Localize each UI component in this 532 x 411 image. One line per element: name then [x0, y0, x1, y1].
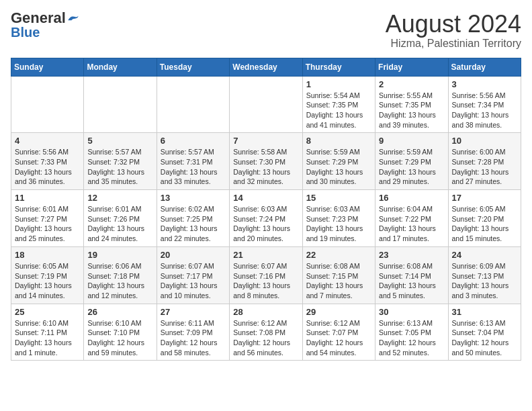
day-info: Sunrise: 6:06 AM Sunset: 7:18 PM Dayligh…	[87, 261, 152, 301]
day-info: Sunrise: 6:13 AM Sunset: 7:05 PM Dayligh…	[379, 318, 444, 358]
day-header-sunday: Sunday	[11, 58, 84, 76]
calendar-week-5: 25Sunrise: 6:10 AM Sunset: 7:11 PM Dayli…	[11, 304, 521, 361]
calendar-cell: 28Sunrise: 6:12 AM Sunset: 7:08 PM Dayli…	[230, 304, 302, 361]
calendar-cell	[230, 76, 302, 133]
logo-text: General	[11, 11, 66, 26]
day-number: 6	[161, 136, 226, 146]
day-number: 28	[233, 307, 298, 317]
day-number: 14	[233, 193, 298, 203]
calendar-cell: 1Sunrise: 5:54 AM Sunset: 7:35 PM Daylig…	[302, 76, 375, 133]
page-header: General Blue August 2024 Hizma, Palestin…	[11, 11, 521, 50]
day-number: 9	[379, 136, 444, 146]
day-info: Sunrise: 6:02 AM Sunset: 7:25 PM Dayligh…	[161, 204, 226, 244]
day-number: 23	[379, 250, 444, 260]
day-info: Sunrise: 5:55 AM Sunset: 7:35 PM Dayligh…	[379, 91, 444, 130]
calendar-cell: 20Sunrise: 6:07 AM Sunset: 7:17 PM Dayli…	[157, 246, 229, 304]
day-info: Sunrise: 6:12 AM Sunset: 7:08 PM Dayligh…	[233, 318, 298, 358]
calendar-cell: 13Sunrise: 6:02 AM Sunset: 7:25 PM Dayli…	[157, 190, 229, 247]
calendar-cell: 22Sunrise: 6:08 AM Sunset: 7:15 PM Dayli…	[302, 246, 375, 304]
day-number: 24	[452, 250, 517, 260]
day-number: 20	[161, 250, 226, 260]
calendar-cell: 19Sunrise: 6:06 AM Sunset: 7:18 PM Dayli…	[84, 246, 157, 304]
day-number: 15	[306, 193, 371, 203]
calendar-cell: 29Sunrise: 6:12 AM Sunset: 7:07 PM Dayli…	[302, 304, 375, 361]
logo-bird-icon	[67, 14, 79, 22]
day-info: Sunrise: 6:01 AM Sunset: 7:26 PM Dayligh…	[87, 204, 152, 244]
calendar-cell: 8Sunrise: 5:59 AM Sunset: 7:29 PM Daylig…	[302, 133, 375, 190]
day-header-tuesday: Tuesday	[157, 58, 229, 76]
calendar-cell: 23Sunrise: 6:08 AM Sunset: 7:14 PM Dayli…	[375, 246, 448, 304]
calendar-cell: 6Sunrise: 5:57 AM Sunset: 7:31 PM Daylig…	[157, 133, 229, 190]
day-number: 26	[87, 307, 152, 317]
day-number: 25	[15, 307, 80, 317]
logo-general: General	[11, 9, 66, 26]
day-info: Sunrise: 6:00 AM Sunset: 7:28 PM Dayligh…	[452, 147, 517, 187]
calendar-header-row: SundayMondayTuesdayWednesdayThursdayFrid…	[11, 58, 521, 76]
day-info: Sunrise: 5:57 AM Sunset: 7:32 PM Dayligh…	[87, 147, 152, 187]
day-number: 8	[306, 136, 371, 146]
day-info: Sunrise: 5:59 AM Sunset: 7:29 PM Dayligh…	[379, 147, 444, 187]
calendar-cell: 31Sunrise: 6:13 AM Sunset: 7:04 PM Dayli…	[448, 304, 521, 361]
day-info: Sunrise: 6:03 AM Sunset: 7:24 PM Dayligh…	[233, 204, 298, 244]
calendar-week-1: 1Sunrise: 5:54 AM Sunset: 7:35 PM Daylig…	[11, 76, 521, 133]
day-header-thursday: Thursday	[302, 58, 375, 76]
day-info: Sunrise: 5:59 AM Sunset: 7:29 PM Dayligh…	[306, 147, 371, 187]
day-info: Sunrise: 6:05 AM Sunset: 7:19 PM Dayligh…	[15, 261, 80, 301]
calendar-cell: 15Sunrise: 6:03 AM Sunset: 7:23 PM Dayli…	[302, 190, 375, 247]
calendar-cell	[157, 76, 229, 133]
day-info: Sunrise: 6:13 AM Sunset: 7:04 PM Dayligh…	[452, 318, 517, 358]
day-number: 17	[452, 193, 517, 203]
day-number: 29	[306, 307, 371, 317]
month-title: August 2024	[386, 11, 521, 38]
calendar-cell: 4Sunrise: 5:56 AM Sunset: 7:33 PM Daylig…	[11, 133, 84, 190]
day-number: 4	[15, 136, 80, 146]
day-info: Sunrise: 6:10 AM Sunset: 7:11 PM Dayligh…	[15, 318, 80, 358]
calendar-cell: 30Sunrise: 6:13 AM Sunset: 7:05 PM Dayli…	[375, 304, 448, 361]
day-number: 5	[87, 136, 152, 146]
day-info: Sunrise: 5:57 AM Sunset: 7:31 PM Dayligh…	[161, 147, 226, 187]
calendar-cell: 11Sunrise: 6:01 AM Sunset: 7:27 PM Dayli…	[11, 190, 84, 247]
day-number: 10	[452, 136, 517, 146]
day-info: Sunrise: 6:08 AM Sunset: 7:14 PM Dayligh…	[379, 261, 444, 301]
calendar-cell: 24Sunrise: 6:09 AM Sunset: 7:13 PM Dayli…	[448, 246, 521, 304]
day-info: Sunrise: 6:10 AM Sunset: 7:10 PM Dayligh…	[87, 318, 152, 358]
day-header-wednesday: Wednesday	[230, 58, 302, 76]
day-info: Sunrise: 6:03 AM Sunset: 7:23 PM Dayligh…	[306, 204, 371, 244]
day-info: Sunrise: 6:11 AM Sunset: 7:09 PM Dayligh…	[161, 318, 226, 358]
day-info: Sunrise: 6:08 AM Sunset: 7:15 PM Dayligh…	[306, 261, 371, 301]
logo: General Blue	[11, 11, 79, 40]
day-number: 7	[233, 136, 298, 146]
location-text: Hizma, Palestinian Territory	[386, 38, 521, 50]
calendar-week-4: 18Sunrise: 6:05 AM Sunset: 7:19 PM Dayli…	[11, 246, 521, 304]
day-info: Sunrise: 6:12 AM Sunset: 7:07 PM Dayligh…	[306, 318, 371, 358]
calendar-cell: 3Sunrise: 5:56 AM Sunset: 7:34 PM Daylig…	[448, 76, 521, 133]
day-info: Sunrise: 6:01 AM Sunset: 7:27 PM Dayligh…	[15, 204, 80, 244]
logo-blue-text: Blue	[11, 25, 40, 40]
calendar-cell: 25Sunrise: 6:10 AM Sunset: 7:11 PM Dayli…	[11, 304, 84, 361]
day-number: 22	[306, 250, 371, 260]
title-section: August 2024 Hizma, Palestinian Territory	[386, 11, 521, 50]
day-info: Sunrise: 5:58 AM Sunset: 7:30 PM Dayligh…	[233, 147, 298, 187]
calendar-cell: 14Sunrise: 6:03 AM Sunset: 7:24 PM Dayli…	[230, 190, 302, 247]
day-number: 31	[452, 307, 517, 317]
calendar-cell: 9Sunrise: 5:59 AM Sunset: 7:29 PM Daylig…	[375, 133, 448, 190]
day-info: Sunrise: 5:56 AM Sunset: 7:33 PM Dayligh…	[15, 147, 80, 187]
calendar-cell: 2Sunrise: 5:55 AM Sunset: 7:35 PM Daylig…	[375, 76, 448, 133]
day-number: 19	[87, 250, 152, 260]
day-header-friday: Friday	[375, 58, 448, 76]
calendar-table: SundayMondayTuesdayWednesdayThursdayFrid…	[11, 58, 521, 361]
day-info: Sunrise: 6:04 AM Sunset: 7:22 PM Dayligh…	[379, 204, 444, 244]
calendar-cell: 16Sunrise: 6:04 AM Sunset: 7:22 PM Dayli…	[375, 190, 448, 247]
day-info: Sunrise: 5:56 AM Sunset: 7:34 PM Dayligh…	[452, 91, 517, 130]
calendar-week-2: 4Sunrise: 5:56 AM Sunset: 7:33 PM Daylig…	[11, 133, 521, 190]
day-info: Sunrise: 6:09 AM Sunset: 7:13 PM Dayligh…	[452, 261, 517, 301]
calendar-cell: 17Sunrise: 6:05 AM Sunset: 7:20 PM Dayli…	[448, 190, 521, 247]
calendar-cell: 7Sunrise: 5:58 AM Sunset: 7:30 PM Daylig…	[230, 133, 302, 190]
calendar-week-3: 11Sunrise: 6:01 AM Sunset: 7:27 PM Dayli…	[11, 190, 521, 247]
calendar-cell	[11, 76, 84, 133]
day-number: 16	[379, 193, 444, 203]
day-number: 3	[452, 79, 517, 89]
calendar-cell: 18Sunrise: 6:05 AM Sunset: 7:19 PM Dayli…	[11, 246, 84, 304]
day-info: Sunrise: 6:05 AM Sunset: 7:20 PM Dayligh…	[452, 204, 517, 244]
day-info: Sunrise: 6:07 AM Sunset: 7:16 PM Dayligh…	[233, 261, 298, 301]
